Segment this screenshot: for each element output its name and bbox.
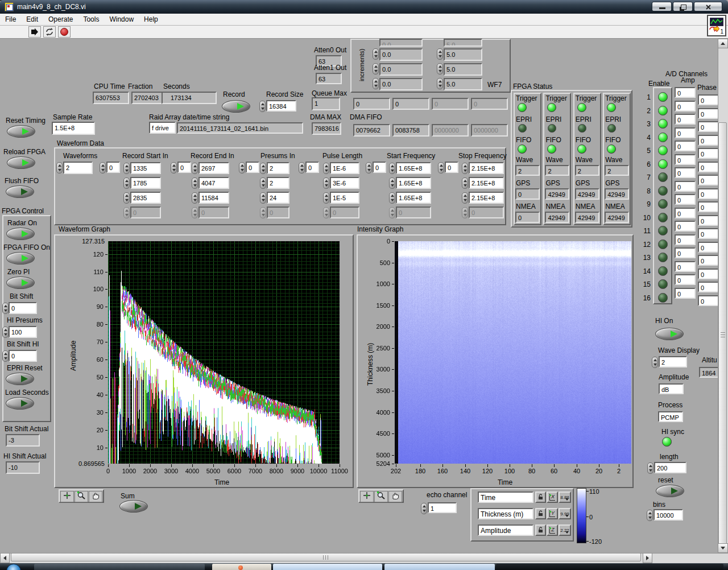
scale-format-button-x[interactable]: 8.88 bbox=[559, 491, 571, 503]
spin-down-icon[interactable] bbox=[172, 169, 176, 171]
ad-amp-value-11[interactable]: 0 bbox=[675, 221, 696, 232]
ad-amp-value-4[interactable]: 0 bbox=[675, 127, 696, 138]
value-pulse-length-0[interactable]: 1E-6 bbox=[330, 162, 359, 174]
spin-up-icon[interactable] bbox=[4, 353, 7, 355]
spin-down-icon[interactable] bbox=[125, 214, 129, 216]
scale-name-x[interactable]: Time bbox=[478, 491, 533, 503]
scale-lock-button-y[interactable] bbox=[535, 508, 546, 519]
scale-lock-button-z[interactable] bbox=[535, 524, 546, 536]
spin-up-icon[interactable] bbox=[391, 195, 394, 197]
spin-up-icon[interactable] bbox=[193, 165, 197, 167]
record-size-spinner[interactable] bbox=[259, 101, 266, 112]
waveform-pan-hand-tool-button[interactable] bbox=[89, 491, 102, 502]
spinner-record-start-in-0[interactable] bbox=[123, 163, 130, 174]
waveform-zoom-tool-button[interactable] bbox=[75, 491, 88, 502]
spin-down-icon[interactable] bbox=[423, 510, 426, 512]
ad-phase-value-13[interactable]: 0 bbox=[698, 255, 719, 266]
sum-toggle[interactable] bbox=[119, 500, 148, 513]
toggle-reset-timing[interactable] bbox=[7, 125, 35, 138]
spin-up-icon[interactable] bbox=[439, 51, 442, 53]
spin-down-icon[interactable] bbox=[464, 214, 467, 216]
toggle-fpga-fifo-on[interactable] bbox=[6, 252, 35, 265]
value-presums-in-2[interactable]: 24 bbox=[267, 192, 289, 204]
spin-down-icon[interactable] bbox=[653, 364, 657, 366]
toggle-load-seconds[interactable] bbox=[6, 397, 34, 410]
spin-up-icon[interactable] bbox=[125, 195, 129, 197]
hscroll-left-button[interactable] bbox=[0, 553, 10, 563]
ad-phase-value-8[interactable]: 0 bbox=[698, 188, 719, 199]
spin-down-icon[interactable] bbox=[648, 517, 652, 519]
spin-down-icon[interactable] bbox=[58, 169, 61, 171]
spin-up-icon[interactable] bbox=[391, 180, 394, 182]
ad-amp-value-3[interactable]: 0 bbox=[675, 114, 696, 125]
value-presums-in-0[interactable]: 2 bbox=[267, 162, 289, 174]
value-record-end-in-1[interactable]: 4047 bbox=[198, 177, 229, 189]
spinner-start-frequency-2[interactable] bbox=[389, 192, 395, 204]
spinner-pulse-length-3[interactable] bbox=[323, 207, 329, 218]
spinner-hi-presums[interactable] bbox=[2, 327, 9, 338]
spin-up-icon[interactable] bbox=[653, 359, 657, 361]
spin-up-icon[interactable] bbox=[325, 195, 328, 197]
bins-spinner[interactable] bbox=[647, 510, 653, 521]
echo-channel-input[interactable]: 1 bbox=[428, 502, 457, 513]
index-spinner-start-frequency[interactable] bbox=[366, 162, 372, 174]
spinner-bit-shift-hi[interactable] bbox=[2, 350, 9, 362]
index-value-record-end-in[interactable]: 0 bbox=[177, 162, 191, 173]
vi-icon-badge[interactable]: 1 bbox=[707, 15, 726, 36]
ad-enable-led-6[interactable] bbox=[658, 159, 668, 169]
spinner-start-frequency-1[interactable] bbox=[389, 177, 395, 189]
spin-up-icon[interactable] bbox=[172, 164, 176, 167]
spin-down-icon[interactable] bbox=[374, 70, 378, 72]
scale-name-y[interactable]: Thickness (m) bbox=[478, 508, 533, 519]
spinner-pulse-length-1[interactable] bbox=[323, 177, 329, 189]
run-button[interactable] bbox=[28, 26, 41, 38]
spin-up-icon[interactable] bbox=[193, 180, 197, 182]
spin-up-icon[interactable] bbox=[464, 165, 467, 167]
value-stop-frequency-0[interactable]: 2.15E+8 bbox=[469, 162, 504, 174]
spin-up-icon[interactable] bbox=[439, 65, 442, 68]
spinner-start-frequency-0[interactable] bbox=[389, 163, 395, 174]
value-record-end-in-0[interactable]: 2697 bbox=[198, 162, 229, 174]
spin-up-icon[interactable] bbox=[440, 164, 443, 167]
menu-edit[interactable]: Edit bbox=[21, 14, 43, 26]
spin-up-icon[interactable] bbox=[262, 195, 265, 197]
spinner-presums-in-1[interactable] bbox=[260, 177, 266, 189]
spin-down-icon[interactable] bbox=[440, 169, 443, 171]
taskbar-item-3[interactable] bbox=[273, 564, 382, 570]
ad-amp-value-13[interactable]: 0 bbox=[675, 247, 696, 258]
spin-up-icon[interactable] bbox=[261, 103, 264, 105]
spin-down-icon[interactable] bbox=[262, 170, 265, 172]
length-input[interactable]: 200 bbox=[654, 462, 686, 473]
intensity-crosshair-tool-button[interactable] bbox=[360, 491, 374, 502]
spin-down-icon[interactable] bbox=[464, 170, 467, 172]
scale-name-z[interactable]: Amplitude bbox=[478, 524, 533, 536]
value-start-frequency-2[interactable]: 1.65E+8 bbox=[396, 192, 431, 204]
ad-phase-value-12[interactable]: 0 bbox=[698, 242, 719, 253]
index-spinner-record-end-in[interactable] bbox=[171, 162, 177, 174]
spin-up-icon[interactable] bbox=[391, 209, 394, 212]
amplitude-input[interactable]: dB bbox=[659, 383, 684, 394]
spin-up-icon[interactable] bbox=[262, 180, 265, 182]
ad-amp-value-9[interactable]: 0 bbox=[675, 194, 696, 205]
value-record-start-in-1[interactable]: 1785 bbox=[130, 177, 161, 189]
ad-enable-led-7[interactable] bbox=[658, 172, 668, 182]
spin-up-icon[interactable] bbox=[193, 195, 197, 197]
ad-amp-value-10[interactable]: 0 bbox=[675, 208, 696, 218]
spin-down-icon[interactable] bbox=[4, 357, 7, 360]
epri-led-0[interactable] bbox=[518, 124, 527, 133]
toggle-reload-fpga[interactable] bbox=[7, 156, 35, 169]
ad-phase-value-2[interactable]: 0 bbox=[698, 108, 719, 119]
spin-up-icon[interactable] bbox=[4, 329, 7, 331]
spinner-stop-frequency-1[interactable] bbox=[462, 177, 468, 189]
spinner-presums-in-3[interactable] bbox=[260, 207, 266, 218]
taskbar-item-1[interactable] bbox=[34, 564, 205, 570]
close-button[interactable] bbox=[694, 2, 722, 11]
increments-spinner-1[interactable] bbox=[373, 48, 379, 60]
wave-display-input[interactable]: 2 bbox=[659, 356, 687, 367]
waveforms-spinner[interactable] bbox=[56, 162, 63, 174]
hi-on-toggle[interactable] bbox=[655, 328, 684, 340]
spin-up-icon[interactable] bbox=[101, 164, 105, 167]
ad-enable-led-1[interactable] bbox=[658, 92, 668, 102]
trigger-led-2[interactable] bbox=[577, 103, 586, 112]
spinner-record-end-in-3[interactable] bbox=[192, 207, 198, 218]
